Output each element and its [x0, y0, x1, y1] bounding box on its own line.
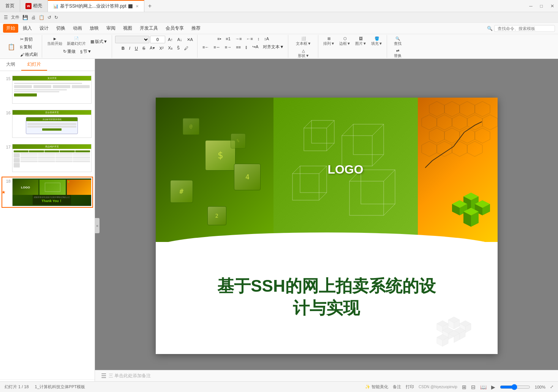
indent-decrease-button[interactable]: ←≡: [244, 36, 254, 42]
section-button[interactable]: § 节▼: [78, 48, 93, 55]
italic-button[interactable]: I: [127, 45, 132, 51]
print-button[interactable]: 🖨: [30, 14, 36, 21]
wps-icon: W: [25, 3, 32, 9]
ribbon-menu-shitu[interactable]: 视图: [120, 24, 135, 33]
current-start-button[interactable]: ▶ 当前开始: [45, 36, 64, 47]
picture-button[interactable]: 🖼 图片▼: [353, 36, 368, 47]
slide-thumb-16: 后台登录开页 后台账号管理登录系统: [12, 110, 92, 138]
fit-window-button[interactable]: ⤢: [550, 384, 553, 389]
file-menu[interactable]: 文件: [10, 14, 20, 21]
redo-button[interactable]: ↻: [54, 14, 59, 21]
font-size-up-button[interactable]: A↑: [166, 36, 175, 43]
title-bar-right: ─ □ ✕: [529, 3, 558, 9]
bold-button[interactable]: B: [120, 45, 126, 51]
normal-view-button[interactable]: ⊞: [462, 384, 466, 390]
slide-sorter-button[interactable]: ⊟: [471, 384, 476, 390]
ribbon-menu-kaishi[interactable]: 开始: [3, 24, 18, 33]
find-button[interactable]: 🔍 查找: [392, 36, 404, 47]
tab-close-button[interactable]: ✕: [136, 4, 139, 8]
save-button[interactable]: 💾: [22, 14, 29, 21]
tab-slides[interactable]: 幻灯片: [21, 59, 47, 71]
beautify-button[interactable]: ✨ 智能美化: [365, 384, 388, 390]
new-slide-button[interactable]: 📄 新建幻灯片: [65, 36, 88, 47]
highlight-button[interactable]: 🖊: [182, 45, 190, 51]
align-right-button[interactable]: ≡→: [223, 44, 233, 50]
strikethrough-button[interactable]: S: [141, 45, 147, 51]
format-painter-button[interactable]: 🖌 格式刷: [18, 51, 40, 58]
underline-button[interactable]: U: [133, 45, 140, 51]
zoom-slider[interactable]: [500, 384, 530, 390]
shadow-button[interactable]: S̈: [175, 45, 182, 51]
bullet-list-button[interactable]: ≡•: [215, 36, 223, 42]
layout-button[interactable]: ▦ 版式▼: [89, 38, 109, 45]
svg-line-18: [384, 170, 395, 181]
ribbon-menu-huiyuan[interactable]: 会员专享: [163, 24, 187, 33]
ribbon-menu-donghua[interactable]: 动画: [70, 24, 85, 33]
ribbon-search-input[interactable]: [494, 25, 555, 32]
shape-button[interactable]: △ 形状▼: [296, 48, 311, 58]
comment-status-button[interactable]: 备注: [393, 384, 401, 390]
tab-outline[interactable]: 大纲: [0, 59, 21, 71]
close-button[interactable]: ✕: [550, 3, 554, 9]
ribbon-menu-sheji[interactable]: 设计: [36, 24, 52, 33]
slide-background-top: $ # 4 2 @ %: [156, 98, 498, 242]
align-text-button[interactable]: 对齐文本▼: [261, 43, 286, 51]
ribbon-menu-shenyue[interactable]: 审阅: [103, 24, 119, 33]
minimize-button[interactable]: ─: [529, 3, 533, 9]
indent-increase-button[interactable]: →≡: [233, 36, 243, 42]
undo-button[interactable]: ↺: [47, 14, 52, 21]
subscript-button[interactable]: X₂: [166, 45, 174, 51]
tab-active[interactable]: 📊 基于SSH的网上...业设计答辩.ppt ⬛ ✕: [48, 0, 144, 12]
ribbon-menu-tuijian[interactable]: 推荐: [188, 24, 204, 33]
slide-canvas[interactable]: $ # 4 2 @ %: [156, 98, 498, 354]
picture-label: 图片▼: [355, 41, 367, 46]
print-status-button[interactable]: 打印: [406, 384, 414, 390]
numbered-list-button[interactable]: ≡1: [224, 36, 232, 42]
slide-item-15[interactable]: 15 支付开页: [2, 74, 93, 105]
redo-button2[interactable]: ↻ 重做: [61, 48, 77, 55]
ribbon-menu-fangying[interactable]: 放映: [87, 24, 102, 33]
slide-item-16[interactable]: 16 后台登录开页 后台账号管理登录系统: [2, 108, 93, 139]
maximize-button[interactable]: □: [540, 3, 543, 9]
svg-line-7: [342, 124, 353, 136]
slide-item-17[interactable]: 17 商品维护开页: [2, 142, 93, 174]
fill-button[interactable]: 🪣 填充▼: [369, 36, 384, 47]
font-size-input[interactable]: [150, 36, 165, 43]
sort-arrange-button[interactable]: ⊞ 排列▼: [321, 36, 337, 47]
ribbon-menu-kaifagongju[interactable]: 开发工具: [137, 24, 161, 33]
scan-button[interactable]: 📋: [38, 14, 45, 21]
frame-button[interactable]: ⬡ 边框▼: [337, 36, 353, 47]
ribbon-menu-charu[interactable]: 插入: [20, 24, 35, 33]
paste-button[interactable]: 📋: [5, 43, 17, 51]
copy-button[interactable]: ⎘ 复制: [18, 43, 40, 51]
slideshow-button[interactable]: ▶: [491, 384, 495, 390]
menu-button[interactable]: ☰: [3, 14, 9, 21]
sort-button[interactable]: ↕A: [262, 36, 271, 42]
font-size-down-button[interactable]: A↓: [175, 36, 184, 43]
rtl-button[interactable]: ↪A: [250, 44, 260, 50]
logo-text: LOGO: [327, 163, 363, 177]
watermark: CSDN @hiyezuopinvip: [419, 385, 457, 389]
slide-item-18[interactable]: ★ 18 LOGO: [2, 177, 93, 208]
layout-label: 版式▼: [95, 39, 107, 44]
cut-button[interactable]: ✂ 剪切: [18, 36, 40, 43]
superscript-button[interactable]: X²: [158, 45, 166, 51]
column-button[interactable]: ⫿: [243, 44, 250, 50]
tab-wps[interactable]: W 稻壳: [20, 0, 48, 12]
tab-home[interactable]: 首页: [0, 0, 20, 12]
text-box-button[interactable]: ⬜ 文本框▼: [294, 36, 313, 47]
justify-button[interactable]: ≡≡: [234, 44, 243, 50]
font-color-button[interactable]: A▾: [148, 45, 156, 51]
collapse-panel-button[interactable]: «: [95, 218, 100, 233]
align-left-button[interactable]: ≡←: [201, 44, 211, 50]
play-icon: ▶: [54, 37, 56, 41]
align-center-button[interactable]: ≡↔: [212, 44, 222, 50]
ribbon-menu-qiehuan[interactable]: 切换: [53, 24, 68, 33]
line-spacing-button[interactable]: ↕: [256, 36, 262, 42]
reading-view-button[interactable]: 📖: [480, 384, 487, 390]
replace-button[interactable]: ⇄ 替换: [392, 48, 404, 58]
clear-format-button[interactable]: ✕A: [185, 36, 195, 43]
font-name-select[interactable]: [115, 36, 149, 43]
comment-bar[interactable]: ☰ 三 单击此处添加备注: [95, 370, 558, 381]
tab-add-button[interactable]: +: [144, 0, 155, 12]
